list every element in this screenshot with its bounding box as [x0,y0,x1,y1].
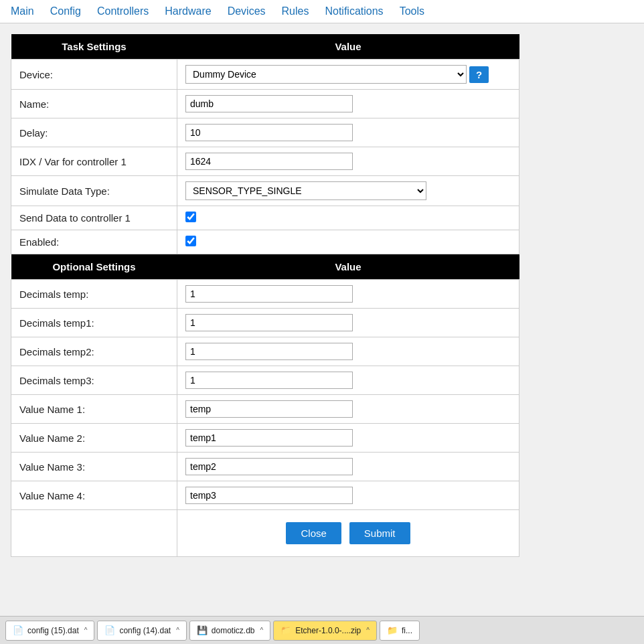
name-input[interactable] [185,95,353,112]
value-name3-value-cell [177,453,519,481]
simulate-row: Simulate Data Type: SENSOR_TYPE_SINGLE [11,176,519,206]
main-content: Task Settings Value Device: Dummy Device… [0,23,522,568]
decimals-temp-row: Decimals temp: [11,280,519,309]
decimals-temp3-label: Decimals temp3: [11,366,177,395]
delay-row: Delay: [11,118,519,147]
value-name1-label: Value Name 1: [11,395,177,424]
value-name2-label: Value Name 2: [11,424,177,453]
decimals-temp3-row: Decimals temp3: [11,366,519,395]
value-name2-row: Value Name 2: [11,424,519,453]
decimals-temp2-input[interactable] [185,343,353,360]
settings-table: Task Settings Value Device: Dummy Device… [11,34,519,557]
decimals-temp-label: Decimals temp: [11,280,177,309]
value-name4-label: Value Name 4: [11,481,177,510]
value-name1-row: Value Name 1: [11,395,519,424]
nav-hardware[interactable]: Hardware [165,5,211,17]
buttons-row: Close Submit [11,510,519,557]
buttons-cell: Close Submit [177,510,519,557]
simulate-value-cell: SENSOR_TYPE_SINGLE [177,176,519,206]
nav-notifications[interactable]: Notifications [325,5,383,17]
name-value-cell [177,90,519,118]
enabled-value-cell [177,230,519,254]
device-value-cell: Dummy Device ? [177,60,519,90]
nav-config[interactable]: Config [50,5,81,17]
send-data-row: Send Data to controller 1 [11,206,519,230]
simulate-label: Simulate Data Type: [11,176,177,206]
close-button[interactable]: Close [286,522,341,544]
decimals-temp3-value-cell [177,366,519,395]
nav-bar: Main Config Controllers Hardware Devices… [0,0,644,23]
delay-label: Delay: [11,118,177,147]
delay-value-cell [177,118,519,147]
idx-input[interactable] [185,153,353,170]
decimals-temp3-input[interactable] [185,372,353,389]
value-name3-input[interactable] [185,458,353,475]
decimals-temp-value-cell [177,280,519,309]
simulate-select[interactable]: SENSOR_TYPE_SINGLE [185,181,426,200]
nav-controllers[interactable]: Controllers [97,5,149,17]
nav-devices[interactable]: Devices [228,5,266,17]
value-name1-input[interactable] [185,400,353,418]
device-help-button[interactable]: ? [469,66,489,83]
device-row: Device: Dummy Device ? [11,60,519,90]
value-name2-value-cell [177,424,519,453]
value-name1-value-cell [177,395,519,424]
send-data-checkbox[interactable] [185,212,196,222]
enabled-checkbox[interactable] [185,236,196,246]
decimals-temp1-row: Decimals temp1: [11,309,519,337]
name-row: Name: [11,90,519,118]
send-data-label: Send Data to controller 1 [11,206,177,230]
value-name4-row: Value Name 4: [11,481,519,510]
decimals-temp1-label: Decimals temp1: [11,309,177,337]
nav-rules[interactable]: Rules [282,5,309,17]
decimals-temp2-label: Decimals temp2: [11,337,177,366]
value-name2-input[interactable] [185,429,353,447]
nav-tools[interactable]: Tools [400,5,424,17]
value-name3-row: Value Name 3: [11,453,519,481]
device-select[interactable]: Dummy Device [185,65,467,84]
task-value-header: Value [177,34,519,60]
idx-row: IDX / Var for controller 1 [11,147,519,176]
delay-input[interactable] [185,124,353,141]
decimals-temp-input[interactable] [185,285,353,303]
name-label: Name: [11,90,177,118]
enabled-label: Enabled: [11,230,177,254]
buttons-spacer [11,510,177,557]
nav-main[interactable]: Main [11,5,34,17]
decimals-temp2-value-cell [177,337,519,366]
decimals-temp1-input[interactable] [185,314,353,331]
optional-value-header: Value [177,254,519,280]
value-name3-label: Value Name 3: [11,453,177,481]
idx-value-cell [177,147,519,176]
optional-settings-header-row: Optional Settings Value [11,254,519,280]
idx-label: IDX / Var for controller 1 [11,147,177,176]
value-name4-value-cell [177,481,519,510]
decimals-temp1-value-cell [177,309,519,337]
decimals-temp2-row: Decimals temp2: [11,337,519,366]
send-data-value-cell [177,206,519,230]
task-settings-header: Task Settings [11,34,177,60]
optional-settings-header: Optional Settings [11,254,177,280]
submit-button[interactable]: Submit [349,522,410,544]
device-label: Device: [11,60,177,90]
enabled-row: Enabled: [11,230,519,254]
value-name4-input[interactable] [185,487,353,504]
